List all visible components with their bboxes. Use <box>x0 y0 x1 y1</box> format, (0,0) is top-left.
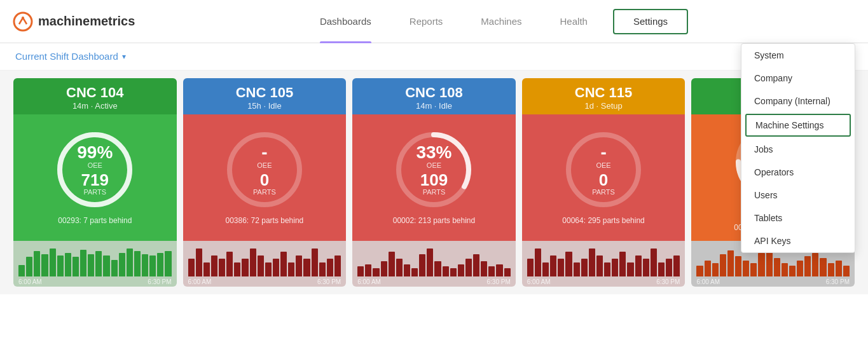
chart-bar <box>565 252 572 276</box>
machine-card-3[interactable]: CNC 115 1d · Setup - OEE 0 PARTS 00064: … <box>522 78 685 287</box>
chart-bar <box>836 261 842 276</box>
chart-bar <box>612 259 618 276</box>
chart-bar <box>165 251 171 276</box>
dropdown-machine-settings[interactable]: Machine Settings <box>745 114 851 137</box>
chart-times-1: 6:00 AM 6:30 PM <box>188 278 341 285</box>
chart-bar <box>666 259 672 276</box>
nav-reports[interactable]: Reports <box>390 0 462 43</box>
chart-bar <box>619 252 626 276</box>
chart-bar <box>41 254 48 276</box>
gauge-center-3: - OEE 0 PARTS <box>592 144 615 196</box>
nav-health[interactable]: Health <box>541 0 607 43</box>
breadcrumb-label: Current Shift Dashboard <box>15 51 118 62</box>
chart-bar <box>473 254 479 276</box>
chart-time-start-2: 6:00 AM <box>357 278 381 285</box>
card-header-3: CNC 115 1d · Setup <box>522 78 685 114</box>
breadcrumb[interactable]: Current Shift Dashboard ▾ <box>15 51 126 62</box>
chart-bar <box>357 266 364 276</box>
behind-text-2: 00002: 213 parts behind <box>388 214 480 228</box>
chart-area-3: 6:00 AM 6:30 PM <box>522 241 685 287</box>
gauge-parts-label-1: PARTS <box>253 188 276 196</box>
chart-bar <box>142 254 148 276</box>
breadcrumb-arrow: ▾ <box>122 52 126 61</box>
chart-bar <box>758 253 764 276</box>
dropdown-company-internal[interactable]: Company (Internal) <box>741 90 855 112</box>
chart-bar <box>273 259 279 276</box>
chart-area-2: 6:00 AM 6:30 PM <box>352 241 516 287</box>
chart-bar <box>658 262 665 276</box>
gauge-oee-label-1: OEE <box>253 161 276 169</box>
dropdown-api-keys[interactable]: API Keys <box>741 229 855 252</box>
chart-bar <box>265 262 272 276</box>
gauge-3: - OEE 0 PARTS <box>562 128 645 211</box>
behind-text-1: 00386: 72 parts behind <box>221 214 309 228</box>
gauge-parts-label-2: PARTS <box>416 188 451 196</box>
chart-bars-2 <box>357 245 511 276</box>
chart-bar <box>627 262 633 276</box>
dropdown-company[interactable]: Company <box>741 67 855 90</box>
chart-bar <box>843 266 850 276</box>
chart-bar <box>50 249 56 276</box>
chart-bar <box>651 249 657 276</box>
nav-machines[interactable]: Machines <box>462 0 541 43</box>
card-body-2: 33% OEE 109 PARTS 00002: 213 parts behin… <box>352 114 516 241</box>
chart-bar <box>65 253 71 276</box>
chart-bar <box>134 251 141 276</box>
dropdown-users[interactable]: Users <box>741 184 855 207</box>
nav-dashboards[interactable]: Dashboards <box>301 0 390 43</box>
chart-bar <box>812 253 818 276</box>
behind-text-0: 00293: 7 parts behind <box>53 214 137 228</box>
chart-bar <box>219 259 225 276</box>
gauge-oee-label-3: OEE <box>592 161 615 169</box>
chart-time-end-4: 6:30 PM <box>826 278 850 285</box>
chart-bar <box>427 249 433 276</box>
card-header-2: CNC 108 14m · Idle <box>352 78 516 114</box>
chart-bar <box>434 261 441 276</box>
svg-point-1 <box>22 17 24 19</box>
chart-bar <box>242 259 248 276</box>
chart-area-0: 6:00 AM 6:30 PM <box>13 241 177 287</box>
chart-bar <box>535 249 541 276</box>
chart-bar <box>211 255 217 276</box>
chart-bar <box>789 266 796 276</box>
chart-bar <box>57 255 64 276</box>
chart-bar <box>712 263 719 276</box>
chart-bar <box>226 252 233 276</box>
chart-times-0: 6:00 AM 6:30 PM <box>18 278 172 285</box>
chart-bar <box>804 256 811 276</box>
chart-bar <box>450 268 457 276</box>
svg-point-0 <box>14 13 32 31</box>
chart-bar <box>234 262 240 276</box>
machine-name-0: CNC 104 <box>18 85 172 101</box>
machine-name-3: CNC 115 <box>527 85 680 101</box>
machine-card-1[interactable]: CNC 105 15h · Idle - OEE 0 PARTS 00386: … <box>183 78 347 287</box>
machine-card-0[interactable]: CNC 104 14m · Active 99% OEE 719 PARTS 0… <box>13 78 177 287</box>
chart-bar <box>95 251 102 276</box>
chart-bar <box>419 254 425 276</box>
dropdown-system[interactable]: System <box>741 44 855 67</box>
chart-bar <box>705 261 711 276</box>
chart-bar <box>34 251 40 276</box>
chart-bar <box>750 263 757 276</box>
chart-bar <box>258 255 264 276</box>
chart-times-3: 6:00 AM 6:30 PM <box>527 278 680 285</box>
dropdown-operators[interactable]: Operators <box>741 161 855 184</box>
chart-bar <box>727 250 734 276</box>
chart-time-start-1: 6:00 AM <box>188 278 212 285</box>
chart-bars-3 <box>527 245 680 276</box>
chart-bar <box>550 255 556 276</box>
chart-bar <box>288 262 294 276</box>
machine-card-2[interactable]: CNC 108 14m · Idle 33% OEE 109 PARTS 000… <box>352 78 516 287</box>
dropdown-tablets[interactable]: Tablets <box>741 207 855 229</box>
dropdown-jobs[interactable]: Jobs <box>741 138 855 161</box>
chart-bar <box>465 259 472 276</box>
chart-bar <box>481 261 487 276</box>
chart-bar <box>643 259 649 276</box>
gauge-0: 99% OEE 719 PARTS <box>53 128 136 211</box>
chart-bar <box>828 263 834 276</box>
machine-name-1: CNC 105 <box>188 85 341 101</box>
chart-bar <box>596 255 603 276</box>
chart-bar <box>18 265 25 276</box>
chart-bar <box>312 249 318 276</box>
nav-settings[interactable]: Settings <box>613 9 688 34</box>
